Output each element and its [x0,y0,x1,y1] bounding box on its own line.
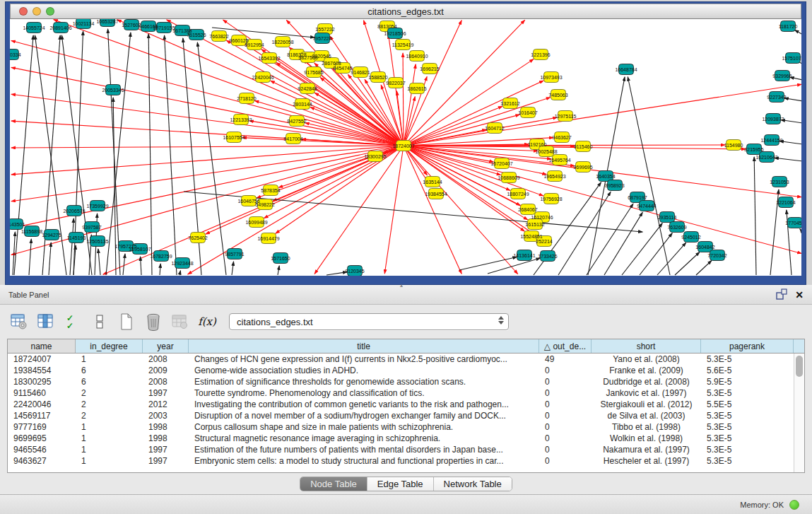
table-row[interactable]: 2242004622012Investigating the contribut… [8,399,804,410]
graph-node-label: 1588520 [368,75,387,80]
table-row[interactable]: 977716911998Corpus callosum shape and si… [8,421,804,433]
table-cell: 5.6E-5 [701,365,794,376]
table-cell: 1 [76,433,143,444]
tab-node-table[interactable]: Node Table [300,477,367,491]
select-all-check-icon[interactable]: ✓✓ [64,313,82,331]
table-cell: 6 [76,365,143,376]
minimize-window-button[interactable] [33,7,41,16]
delete-column-icon[interactable] [144,313,163,331]
graph-node-label: 9242848 [298,86,317,91]
node-table: namein_degreeyeartitle△ out_de...shortpa… [7,339,805,473]
graph-edge [784,98,801,101]
column-header-3[interactable]: title [189,339,539,353]
tab-network-table[interactable]: Network Table [434,477,512,491]
table-row[interactable]: 911546021997Tourette syndrome. Phenomeno… [8,387,804,399]
table-cell: Stergiakouli et al. (2012) [592,399,701,410]
network-graph[interactable]: 1872400714055724208914061002113410653287… [10,19,801,276]
table-row[interactable]: 1872400712008Changes of HCN gene express… [8,354,804,365]
app-root: { "window": { "title": "citations_edges.… [0,0,812,514]
column-header-4[interactable]: △ out_de... [539,339,592,353]
column-header-6[interactable]: pagerank [701,339,794,353]
column-header-1[interactable]: in_degree [76,339,143,353]
table-cell: 0 [539,455,592,467]
new-column-icon[interactable] [117,313,136,331]
table-row[interactable]: 969969511998Structural magnetic resonanc… [8,433,804,444]
graph-edge [278,146,404,187]
graph-node-label: 20891406 [49,25,71,30]
graph-edge [404,146,801,253]
network-window-titlebar[interactable]: citations_edges.txt [10,4,801,19]
graph-node-label: 18300295 [364,154,386,159]
table-cell: 0 [539,387,592,399]
table-row[interactable]: 1938455462009Genome-wide association stu… [8,365,804,376]
graph-node-label: 7485063 [548,93,567,98]
graph-node-label: 1181720 [779,24,798,29]
graph-node-label: 9820546 [312,54,331,59]
table-row[interactable]: 1456911722003Disruption of a novel membe… [8,410,804,421]
graph-edge [628,77,670,275]
select-column-icon[interactable] [37,313,55,331]
table-cell: 2003 [143,410,189,421]
graph-node-label: 10688609 [498,175,519,180]
column-header-0[interactable]: name [8,339,76,353]
graph-node-label: 1604712 [485,126,504,131]
graph-node-label: 16495764 [548,158,570,163]
function-builder-icon[interactable]: f(x) [198,313,216,331]
table-cell: 9465546 [8,444,76,455]
graph-node-label: 9227343 [767,95,786,100]
graph-edge [775,158,801,161]
table-selector-dropdown[interactable]: citations_edges.txt [229,313,509,330]
table-cell: Hescheler et al. (1997) [592,455,701,467]
graph-node-label: 16099489 [245,220,267,225]
table-cell: 9777169 [8,421,76,433]
table-cell: Jankovic et al. (1997) [592,387,701,399]
graph-node-label: 1635144 [423,180,442,185]
table-cell: 49 [539,354,592,365]
graph-node-label: 7720342 [707,253,726,258]
graph-node-label: 16958107 [129,247,151,252]
table-cell: 5.3E-5 [701,421,794,433]
graph-node-label: 9115460 [574,144,593,149]
scrollbar-thumb[interactable] [796,356,803,377]
table-cell: Tibbo et al. (1998) [592,421,701,433]
network-window-title: citations_edges.txt [11,6,801,17]
graph-node-label: 18807249 [507,192,529,197]
graph-node-label: 1640354 [596,174,615,179]
table-cell: 0 [539,410,592,421]
network-canvas[interactable]: 1872400714055724208914061002113410653287… [10,19,801,276]
graph-node-label: 7663822 [209,34,228,39]
table-row[interactable]: 946554611997Estimation of the future num… [8,444,804,455]
graph-node-label: 19384554 [425,192,447,197]
graph-node-label: 7625402 [188,235,207,240]
table-panel: ▴ Table Panel ✕ ✓✓ [0,285,812,494]
close-panel-icon[interactable]: ✕ [795,289,804,300]
graph-node-label: 1143501 [10,222,25,227]
column-header-5[interactable]: short [592,339,701,353]
table-header-row: namein_degreeyeartitle△ out_de...shortpa… [8,339,804,354]
float-panel-icon[interactable] [776,288,788,300]
table-cell: 5.9E-5 [701,376,794,387]
graph-node-label: 19218506 [384,31,406,36]
graph-node-label: 14055724 [23,25,45,30]
graph-node-label: 9474444 [637,204,656,209]
table-row[interactable]: 946362711997Embryonic stem cells: a mode… [8,455,804,467]
table-cell: de Silva et al. (2003) [592,410,701,421]
table-row[interactable]: 1830029562008Estimation of significance … [8,376,804,387]
graph-node-label: 12975115 [555,114,577,119]
table-vertical-scrollbar[interactable] [794,354,804,472]
delete-table-icon[interactable] [171,313,189,331]
graph-node-label: 1733426 [538,254,557,259]
graph-edge [278,266,279,275]
graph-node-label: 12093872 [762,117,784,122]
column-header-2[interactable]: year [143,339,189,353]
close-window-button[interactable] [19,7,28,16]
tab-edge-table[interactable]: Edge Table [367,477,434,491]
graph-node-label: 9417004 [283,136,302,141]
zoom-window-button[interactable] [46,7,54,16]
split-pane-grip[interactable]: ▴ [400,282,403,288]
table-cell: 5.5E-5 [701,399,794,410]
deselect-rows-icon[interactable] [90,313,109,331]
graph-node-label: 9329966 [772,74,792,78]
graph-node-label: 7615526 [187,33,206,37]
table-settings-icon[interactable] [10,313,28,331]
